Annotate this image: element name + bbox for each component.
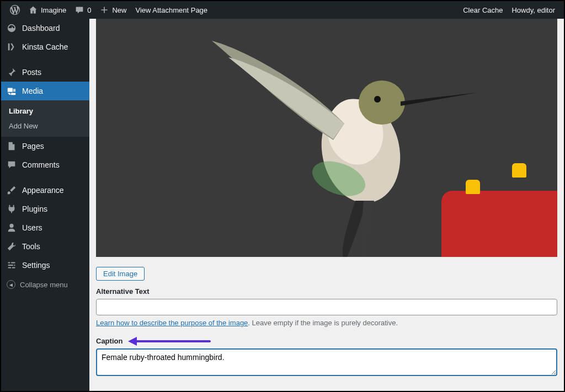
sidebar-item-settings[interactable]: Settings	[1, 256, 89, 275]
sidebar-subitem-add-new[interactable]: Add New	[1, 119, 89, 133]
edit-image-button[interactable]: Edit Image	[96, 267, 145, 281]
pin-icon	[7, 67, 17, 77]
admin-top-bar: Imagine 0 New View Attachment Page Clear…	[1, 1, 564, 19]
plug-icon	[7, 204, 17, 214]
wrench-icon	[7, 241, 17, 251]
sidebar-item-appearance[interactable]: Appearance	[1, 181, 89, 200]
dashboard-icon	[7, 23, 17, 33]
pages-icon	[7, 141, 17, 151]
new-content-link[interactable]: New	[95, 1, 131, 19]
main-content: Edit Image Alternative Text Learn how to…	[89, 19, 564, 391]
sidebar-item-comments[interactable]: Comments	[1, 155, 89, 174]
brush-icon	[7, 185, 17, 195]
wordpress-logo[interactable]	[6, 1, 24, 19]
kinsta-icon	[7, 42, 17, 52]
collapse-label: Collapse menu	[20, 281, 68, 289]
sliders-icon	[7, 260, 17, 270]
attachment-image-preview	[96, 19, 557, 257]
wordpress-logo-icon	[10, 5, 20, 15]
sidebar-label: Pages	[22, 142, 44, 151]
sidebar-label: Tools	[22, 242, 40, 251]
new-label: New	[112, 6, 126, 14]
sidebar-label: Comments	[22, 160, 60, 169]
sidebar-subitem-library[interactable]: Library	[1, 104, 89, 119]
alt-help-text: Learn how to describe the purpose of the…	[96, 319, 557, 327]
sidebar-item-media[interactable]: Media	[1, 82, 89, 100]
sidebar-item-pages[interactable]: Pages	[1, 137, 89, 155]
annotation-arrow	[128, 337, 211, 345]
media-submenu: Library Add New	[1, 100, 89, 137]
sidebar-label: Appearance	[22, 186, 64, 195]
sidebar-item-users[interactable]: Users	[1, 218, 89, 237]
alt-help-link[interactable]: Learn how to describe the purpose of the…	[96, 319, 248, 327]
home-icon	[29, 6, 38, 14]
site-name-link[interactable]: Imagine	[24, 1, 71, 19]
sidebar-label: Settings	[22, 261, 50, 270]
alt-text-input[interactable]	[96, 299, 557, 315]
clear-cache-link[interactable]: Clear Cache	[459, 1, 507, 19]
plus-icon	[100, 6, 109, 14]
collapse-menu[interactable]: ◄ Collapse menu	[1, 275, 89, 294]
alt-help-rest: . Leave empty if the image is purely dec…	[248, 319, 398, 327]
admin-sidebar: Dashboard Kinsta Cache Posts Media Libra…	[1, 19, 89, 391]
sidebar-label: Kinsta Cache	[22, 42, 68, 51]
site-name-text: Imagine	[41, 6, 66, 14]
svg-point-2	[359, 80, 405, 125]
sidebar-item-dashboard[interactable]: Dashboard	[1, 19, 89, 37]
sidebar-label: Posts	[22, 68, 41, 77]
sidebar-item-posts[interactable]: Posts	[1, 63, 89, 82]
comment-count: 0	[87, 6, 91, 14]
sidebar-label: Media	[22, 87, 43, 95]
caption-label: Caption	[96, 337, 122, 345]
feeder-prop	[436, 141, 557, 257]
sidebar-item-kinsta[interactable]: Kinsta Cache	[1, 37, 89, 56]
collapse-icon: ◄	[7, 280, 15, 289]
user-icon	[7, 223, 17, 233]
sidebar-item-plugins[interactable]: Plugins	[1, 200, 89, 218]
comments-link[interactable]: 0	[71, 1, 95, 19]
sidebar-label: Dashboard	[22, 24, 60, 33]
sidebar-label: Plugins	[22, 205, 47, 213]
caption-textarea[interactable]	[96, 348, 557, 376]
account-link[interactable]: Howdy, editor	[507, 1, 559, 19]
comment-icon	[75, 6, 84, 14]
alt-text-label: Alternative Text	[96, 287, 557, 296]
sidebar-item-tools[interactable]: Tools	[1, 237, 89, 256]
media-icon	[7, 86, 17, 96]
sidebar-label: Users	[22, 223, 42, 232]
comments-icon	[7, 160, 17, 170]
view-attachment-link[interactable]: View Attachment Page	[131, 1, 212, 19]
